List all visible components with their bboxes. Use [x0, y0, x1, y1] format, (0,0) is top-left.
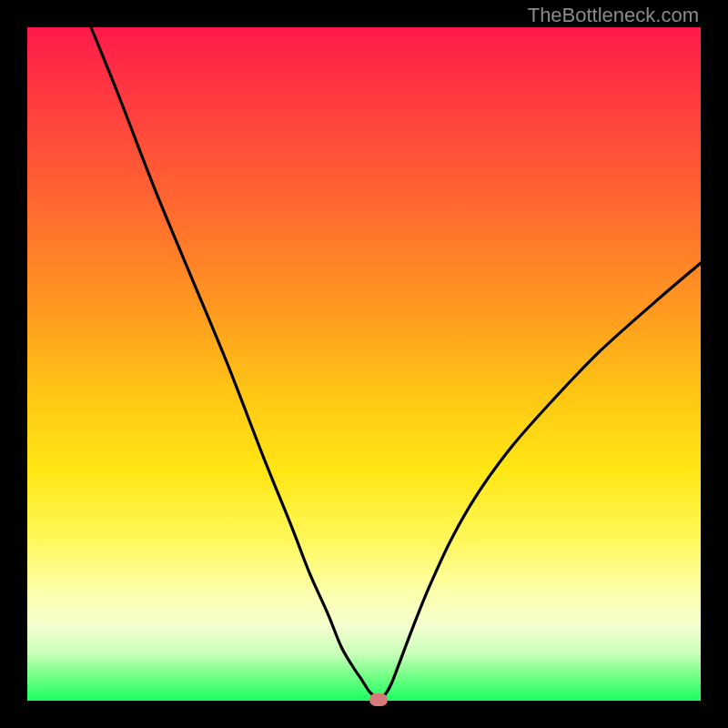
plot-area: [27, 27, 701, 701]
curve-svg: [27, 27, 701, 701]
minimum-marker: [369, 693, 388, 706]
bottleneck-curve: [91, 27, 701, 700]
watermark-text: TheBottleneck.com: [528, 4, 699, 27]
chart-frame: TheBottleneck.com: [0, 0, 728, 728]
